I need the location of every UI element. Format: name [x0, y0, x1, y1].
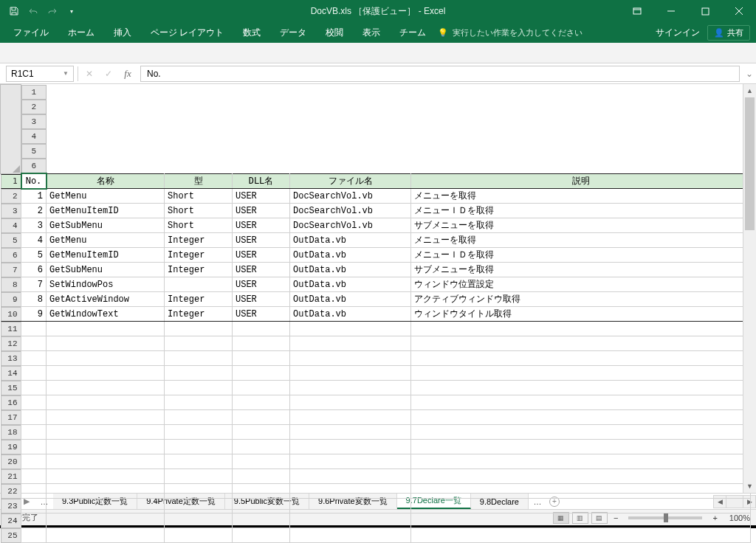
- cell[interactable]: DocSearchVol.vb: [290, 218, 411, 233]
- scroll-thumb[interactable]: [745, 97, 755, 230]
- column-header[interactable]: 6: [21, 159, 47, 173]
- ribbon-display-icon[interactable]: [620, 0, 654, 22]
- cell[interactable]: [47, 410, 165, 425]
- cell[interactable]: [290, 351, 411, 366]
- row-header[interactable]: 9: [1, 292, 21, 307]
- cell[interactable]: USER: [233, 218, 290, 233]
- cell[interactable]: OutData.vb: [290, 233, 411, 248]
- maximize-button[interactable]: [688, 0, 722, 22]
- cell[interactable]: [233, 381, 290, 395]
- cell[interactable]: [21, 381, 47, 395]
- cell[interactable]: [47, 469, 165, 484]
- cell[interactable]: 2: [21, 204, 47, 218]
- ribbon-tab[interactable]: ファイル: [6, 24, 56, 42]
- ribbon-tab[interactable]: ページ レイアウト: [143, 24, 231, 42]
- cell[interactable]: [21, 410, 47, 425]
- share-button[interactable]: 👤 共有: [707, 25, 750, 41]
- cell[interactable]: 9: [21, 307, 47, 322]
- scroll-down-icon[interactable]: ▼: [743, 480, 756, 493]
- cell[interactable]: [290, 336, 411, 351]
- cell[interactable]: [21, 528, 47, 543]
- cell[interactable]: [47, 484, 165, 499]
- cell[interactable]: USER: [233, 248, 290, 263]
- cell[interactable]: [165, 366, 233, 381]
- cell[interactable]: USER: [233, 263, 290, 277]
- cell[interactable]: OutData.vb: [290, 248, 411, 263]
- cell[interactable]: [233, 395, 290, 410]
- cell[interactable]: [290, 499, 411, 513]
- row-header[interactable]: 12: [1, 336, 21, 351]
- cell[interactable]: 3: [21, 218, 47, 233]
- cell[interactable]: [290, 469, 411, 484]
- cell[interactable]: Integer: [165, 233, 233, 248]
- cell[interactable]: USER: [233, 292, 290, 307]
- cell[interactable]: 8: [21, 292, 47, 307]
- cell[interactable]: [290, 513, 411, 528]
- cell[interactable]: [411, 366, 751, 381]
- cell[interactable]: [233, 440, 290, 454]
- cell[interactable]: Integer: [165, 248, 233, 263]
- row-header[interactable]: 23: [1, 499, 21, 513]
- row-header[interactable]: 14: [1, 366, 21, 381]
- row-header[interactable]: 11: [1, 322, 21, 336]
- cell[interactable]: 5: [21, 248, 47, 263]
- column-header[interactable]: 2: [21, 100, 47, 114]
- row-header[interactable]: 20: [1, 454, 21, 469]
- cell[interactable]: DocSearchVol.vb: [290, 204, 411, 218]
- row-header[interactable]: 25: [1, 528, 21, 543]
- cell[interactable]: [165, 277, 233, 292]
- cell[interactable]: [165, 469, 233, 484]
- scroll-up-icon[interactable]: ▲: [743, 84, 756, 97]
- ribbon-tab[interactable]: 表示: [355, 24, 388, 42]
- cell[interactable]: [165, 410, 233, 425]
- cell[interactable]: 6: [21, 263, 47, 277]
- cell[interactable]: USER: [233, 204, 290, 218]
- zoom-slider[interactable]: [628, 516, 702, 519]
- cell[interactable]: [411, 513, 751, 528]
- cell[interactable]: [290, 454, 411, 469]
- cell[interactable]: [411, 528, 751, 543]
- cell[interactable]: [411, 484, 751, 499]
- cell[interactable]: [165, 528, 233, 543]
- save-icon[interactable]: [6, 3, 22, 19]
- row-header[interactable]: 13: [1, 351, 21, 366]
- column-header[interactable]: 1: [21, 85, 47, 100]
- enter-icon[interactable]: ✓: [99, 66, 118, 82]
- cell[interactable]: GetMenuItemID: [47, 204, 165, 218]
- cell[interactable]: OutData.vb: [290, 307, 411, 322]
- worksheet-grid[interactable]: 1234561No.名称型DLL名ファイル名説明21GetMenuShortUS…: [0, 84, 756, 493]
- cell[interactable]: [290, 366, 411, 381]
- cell[interactable]: SetWindowPos: [47, 277, 165, 292]
- chevron-down-icon[interactable]: ▼: [63, 70, 69, 77]
- ribbon-tab[interactable]: 挿入: [106, 24, 139, 42]
- close-button[interactable]: [722, 0, 756, 22]
- cell[interactable]: [165, 425, 233, 440]
- cell[interactable]: [290, 322, 411, 336]
- row-header[interactable]: 3: [1, 204, 21, 218]
- cell[interactable]: ウィンドウタイトル取得: [411, 307, 751, 322]
- row-header[interactable]: 4: [1, 218, 21, 233]
- cell[interactable]: USER: [233, 307, 290, 322]
- cell[interactable]: [21, 322, 47, 336]
- column-header[interactable]: 5: [21, 144, 47, 159]
- cell[interactable]: [290, 528, 411, 543]
- cell[interactable]: [411, 410, 751, 425]
- cell[interactable]: [21, 513, 47, 528]
- cell[interactable]: [165, 499, 233, 513]
- cell[interactable]: [21, 351, 47, 366]
- ribbon-tab[interactable]: データ: [272, 24, 314, 42]
- cell[interactable]: [165, 336, 233, 351]
- ribbon-tab[interactable]: チーム: [392, 24, 433, 42]
- cell[interactable]: GetActiveWindow: [47, 292, 165, 307]
- row-header[interactable]: 22: [1, 484, 21, 499]
- cell[interactable]: [21, 395, 47, 410]
- cell[interactable]: [165, 484, 233, 499]
- header-cell[interactable]: DLL名: [233, 173, 290, 189]
- column-header[interactable]: 4: [21, 129, 47, 144]
- cell[interactable]: Integer: [165, 263, 233, 277]
- cell[interactable]: Short: [165, 204, 233, 218]
- row-header[interactable]: 5: [1, 233, 21, 248]
- cell[interactable]: [165, 351, 233, 366]
- header-cell[interactable]: No.: [21, 173, 47, 189]
- cell[interactable]: GetSubMenu: [47, 218, 165, 233]
